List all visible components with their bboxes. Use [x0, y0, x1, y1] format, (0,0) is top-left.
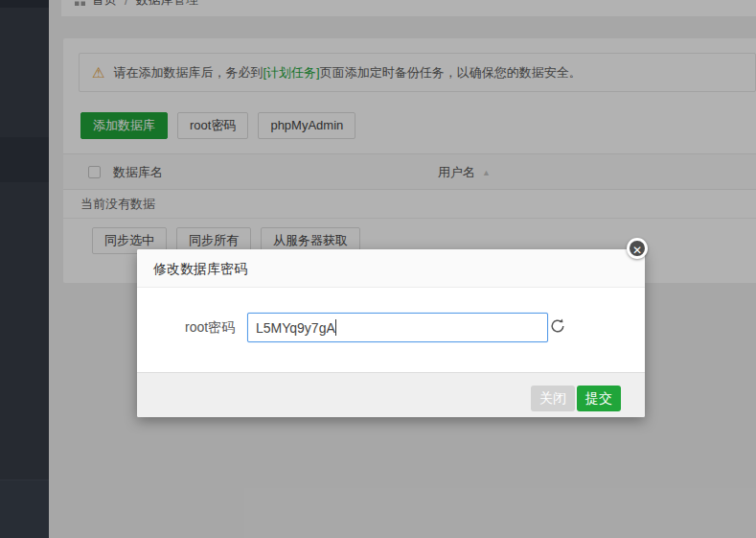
close-button[interactable]: 关闭	[531, 386, 575, 411]
dialog-footer: 关闭 提交	[137, 372, 645, 417]
text-caret	[335, 319, 336, 336]
password-input-wrap	[247, 313, 548, 342]
root-password-label: root密码	[185, 313, 235, 342]
dialog-title: 修改数据库密码	[137, 249, 645, 288]
regenerate-password-icon[interactable]	[549, 317, 568, 337]
change-password-dialog: 修改数据库密码 ✕ root密码 关闭 提交	[137, 249, 645, 417]
page: 首页 / 数据库管理 ⚠ 请在添加数据库后，务必到[计划任务]页面添加定时备份任…	[0, 0, 756, 538]
submit-button[interactable]: 提交	[577, 386, 621, 411]
close-icon[interactable]: ✕	[627, 238, 648, 259]
root-password-input[interactable]	[247, 313, 548, 342]
